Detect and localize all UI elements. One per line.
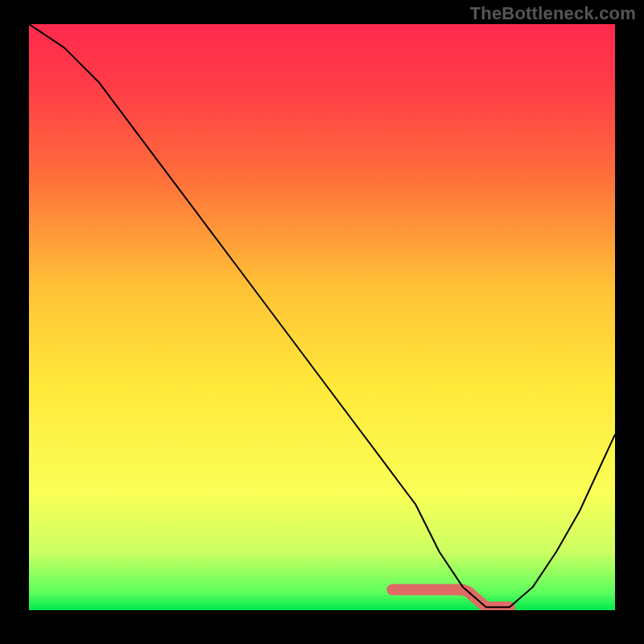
watermark-text: TheBottleneck.com bbox=[470, 3, 636, 24]
bottleneck-curve bbox=[29, 24, 615, 610]
plot-area bbox=[29, 24, 615, 620]
chart-container: TheBottleneck.com bbox=[0, 0, 644, 644]
